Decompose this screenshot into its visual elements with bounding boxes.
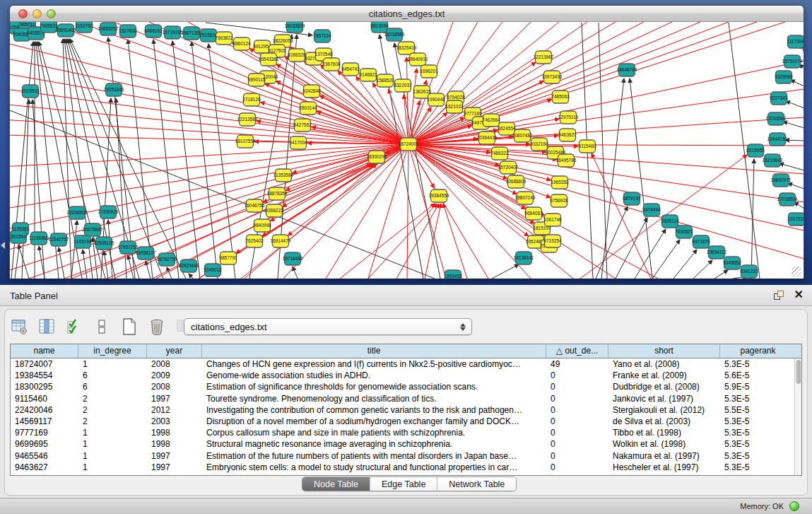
- graph-node[interactable]: 9288222: [265, 204, 283, 217]
- table-row[interactable]: 969969511998Structural magnetic resonanc…: [11, 438, 801, 450]
- graph-edge[interactable]: [18, 245, 29, 279]
- graph-node[interactable]: 1117304: [787, 35, 804, 48]
- graph-node[interactable]: 9715254: [543, 235, 562, 247]
- table-row[interactable]: 1938455462009Genome-wide association stu…: [11, 370, 801, 381]
- graph-node[interactable]: 12923448: [179, 259, 199, 272]
- graph-node[interactable]: 18724007: [399, 138, 419, 151]
- graph-edge[interactable]: [408, 61, 804, 144]
- graph-node[interactable]: 2718126: [242, 93, 261, 106]
- create-column-icon[interactable]: [120, 317, 139, 336]
- graph-node[interactable]: 11353584: [273, 169, 294, 182]
- tab-network-table[interactable]: Network Table: [437, 477, 516, 491]
- select-all-icon[interactable]: [65, 317, 83, 336]
- network-window-titlebar[interactable]: citations_edges.txt: [10, 6, 804, 22]
- panel-collapse-arrow-icon[interactable]: [1, 242, 5, 249]
- table-row[interactable]: 1872400712008Changes of HCN gene express…: [11, 358, 801, 370]
- graph-node[interactable]: 15720407: [498, 161, 519, 174]
- graph-edge[interactable]: [783, 122, 804, 128]
- graph-node[interactable]: 16543382: [259, 53, 279, 66]
- graph-edge[interactable]: [153, 40, 179, 279]
- graph-node[interactable]: 16914479: [271, 235, 291, 247]
- graph-node[interactable]: 18325419: [396, 42, 417, 54]
- graph-node[interactable]: 1145194: [74, 235, 92, 248]
- graph-node[interactable]: 16958107: [136, 247, 156, 259]
- table-scrollbar[interactable]: [794, 358, 801, 475]
- graph-node[interactable]: 12444151: [767, 133, 788, 146]
- column-header-pagerank[interactable]: pagerank: [720, 344, 796, 358]
- graph-edge[interactable]: [616, 218, 647, 279]
- graph-node[interactable]: 19892971: [771, 174, 792, 187]
- graph-node[interactable]: 6879197: [623, 192, 641, 205]
- graph-node[interactable]: 9245652: [723, 257, 741, 269]
- graph-node[interactable]: 1588520: [376, 74, 394, 87]
- graph-edge[interactable]: [408, 22, 785, 144]
- graph-node[interactable]: 30975887: [83, 223, 103, 236]
- tab-node-table[interactable]: Node Table: [302, 477, 370, 491]
- graph-edge[interactable]: [257, 121, 408, 144]
- table-mode-icon[interactable]: [10, 317, 28, 336]
- graph-node[interactable]: 9227343: [770, 92, 788, 105]
- graph-node[interactable]: 7486322: [490, 147, 509, 160]
- graph-node[interactable]: 20691406: [56, 24, 76, 37]
- tab-edge-table[interactable]: Edge Table: [370, 477, 437, 491]
- graph-node[interactable]: 391594: [11, 230, 27, 243]
- graph-node[interactable]: 9115460: [579, 140, 596, 153]
- graph-node[interactable]: 2803144: [299, 102, 317, 115]
- graph-node[interactable]: 16782759: [157, 253, 177, 266]
- graph-edge[interactable]: [83, 250, 87, 279]
- graph-node[interactable]: 12342757: [49, 233, 69, 246]
- column-header-name[interactable]: name: [11, 344, 78, 358]
- close-panel-icon[interactable]: ✕: [794, 288, 804, 301]
- delete-column-icon[interactable]: [148, 317, 166, 336]
- column-header-in_degree[interactable]: in_degree: [78, 344, 147, 358]
- graph-edge[interactable]: [192, 42, 218, 279]
- graph-node[interactable]: 20364436: [477, 132, 498, 144]
- graph-node[interactable]: 7857224: [313, 30, 331, 42]
- graph-edge[interactable]: [693, 260, 712, 279]
- graph-node[interactable]: 8471676: [692, 235, 710, 248]
- graph-edge[interactable]: [59, 247, 64, 279]
- graph-node[interactable]: 9146821: [359, 69, 377, 81]
- graph-node[interactable]: 11156869: [29, 232, 49, 245]
- graph-node[interactable]: 9890115: [248, 74, 266, 86]
- graph-node[interactable]: 17016504: [777, 193, 798, 206]
- graph-node[interactable]: 14138141: [514, 252, 534, 264]
- graph-node[interactable]: 12093582: [766, 112, 787, 125]
- graph-node[interactable]: 12975115: [558, 111, 579, 124]
- graph-node[interactable]: 6466161: [144, 25, 163, 37]
- graph-node[interactable]: 9332160: [530, 138, 548, 151]
- graph-node[interactable]: 8322037: [394, 79, 412, 92]
- graph-edge[interactable]: [714, 270, 728, 279]
- graph-edge[interactable]: [779, 163, 804, 170]
- graph-node[interactable]: 15718485: [283, 252, 303, 265]
- graph-node[interactable]: 1152760: [76, 22, 93, 33]
- graph-node[interactable]: 10688609: [506, 175, 526, 188]
- graph-edge[interactable]: [408, 22, 644, 144]
- graph-node[interactable]: 18107554: [235, 135, 256, 148]
- graph-node[interactable]: 9684067: [524, 207, 543, 220]
- show-column-icon[interactable]: [37, 317, 56, 336]
- graph-node[interactable]: 8454743: [341, 63, 360, 76]
- graph-edge[interactable]: [172, 41, 200, 279]
- graph-node[interactable]: 7632621: [675, 226, 693, 238]
- graph-edge[interactable]: [270, 144, 408, 221]
- memory-status-indicator[interactable]: [789, 501, 799, 511]
- graph-node[interactable]: 9417004: [289, 136, 307, 149]
- column-header-title[interactable]: title: [202, 344, 546, 358]
- graph-node[interactable]: 16648784: [617, 64, 637, 76]
- graph-edge[interactable]: [288, 144, 408, 235]
- graph-node[interactable]: 20206506: [67, 206, 88, 219]
- graph-node[interactable]: 9329966: [775, 71, 793, 83]
- graph-edge[interactable]: [788, 183, 804, 189]
- graph-node[interactable]: 7625402: [245, 235, 264, 247]
- graph-node[interactable]: 18300295: [367, 151, 387, 163]
- graph-edge[interactable]: [189, 274, 193, 279]
- graph-node[interactable]: 16046756: [245, 199, 265, 212]
- graph-edge[interactable]: [492, 264, 519, 279]
- graph-node[interactable]: 9245012: [204, 264, 222, 276]
- table-selector-dropdown[interactable]: citations_edges.txt: [184, 318, 472, 335]
- graph-edge[interactable]: [293, 144, 408, 173]
- graph-node[interactable]: 18640910: [408, 53, 428, 66]
- graph-node[interactable]: 17359928: [98, 206, 119, 218]
- graph-node[interactable]: 16210643: [763, 154, 783, 167]
